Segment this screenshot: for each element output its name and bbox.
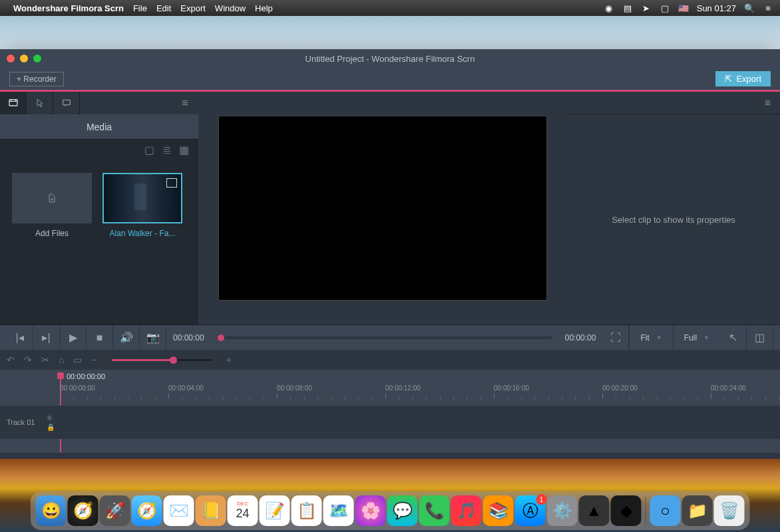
stop-button[interactable]: ■ <box>87 325 113 350</box>
next-frame-button[interactable]: ▸| <box>33 325 60 350</box>
ruler-tick: 00:00:12:00 <box>385 384 421 392</box>
dock-trash[interactable]: 🗑️ <box>714 495 745 526</box>
dock-photos[interactable]: 🌸 <box>355 495 386 526</box>
export-icon: ⇱ <box>725 74 732 84</box>
media-clip-item[interactable]: Alan Walker - Fa... <box>102 173 182 238</box>
fit-dropdown[interactable]: Fit▼ <box>629 325 672 350</box>
track-header: Track 01 ◉ 🔒 <box>0 406 60 439</box>
dock-downloads[interactable]: 📁 <box>682 495 713 526</box>
new-folder-icon[interactable]: ▢ <box>144 144 154 156</box>
menu-window[interactable]: Window <box>215 3 246 13</box>
svg-rect-1 <box>63 100 70 104</box>
export-label: Export <box>736 74 761 84</box>
dock-preferences[interactable]: ⚙️ <box>547 495 578 526</box>
airplay-icon[interactable]: ▢ <box>660 3 670 13</box>
dock-notes[interactable]: 📝 <box>260 495 290 526</box>
fullscreen-button[interactable]: ⛶ <box>602 325 629 350</box>
track-lock-icon[interactable]: 🔒 <box>47 424 55 431</box>
dock-contacts[interactable]: 📒 <box>196 495 226 526</box>
close-button[interactable] <box>7 55 15 63</box>
ruler-tick: 00:00:08:00 <box>277 384 312 392</box>
tab-annotation-icon[interactable] <box>53 92 80 114</box>
timeline-track[interactable]: Track 01 ◉ 🔒 <box>0 406 780 439</box>
dock-itunes[interactable]: 🎵 <box>451 495 482 526</box>
svg-rect-0 <box>9 100 17 106</box>
ruler-tick: 00:00:16:00 <box>494 384 529 392</box>
dock-appstore[interactable]: Ⓐ1 <box>515 495 546 526</box>
dock-finder[interactable]: 😀 <box>36 495 67 526</box>
dock-mail[interactable]: ✉️ <box>164 495 194 526</box>
menu-export[interactable]: Export <box>180 3 206 13</box>
dock-ibooks[interactable]: 📚 <box>483 495 514 526</box>
undo-button[interactable]: ↶ <box>7 354 15 365</box>
left-panel-menu-icon[interactable]: ≡ <box>172 92 198 114</box>
display-icon[interactable]: ▤ <box>622 3 633 13</box>
menubar-clock[interactable]: Sun 01:27 <box>697 3 736 13</box>
timeline-ruler[interactable]: 00:00:00:0000:00:04:0000:00:08:0000:00:1… <box>60 384 780 400</box>
recorder-button[interactable]: + Recorder <box>9 72 64 86</box>
track-visibility-icon[interactable]: ◉ <box>47 414 55 421</box>
time-total: 00:00:00 <box>558 333 603 342</box>
main-toolbar: + Recorder ⇱ Export <box>0 68 780 92</box>
prev-frame-button[interactable]: |◂ <box>7 325 33 350</box>
zoom-out-button[interactable]: − <box>91 354 97 365</box>
quality-dropdown[interactable]: Full▼ <box>673 325 720 350</box>
fit-timeline-button[interactable]: ▭ <box>73 354 82 365</box>
app-name[interactable]: Wondershare Filmora Scrn <box>13 3 124 13</box>
add-files-thumb <box>12 173 92 223</box>
minimize-button[interactable] <box>20 55 28 63</box>
spotlight-icon[interactable]: 🔍 <box>744 3 755 13</box>
snapshot-button[interactable]: 📷 <box>140 325 166 350</box>
dock-filmora[interactable]: ◆ <box>611 495 642 526</box>
volume-button[interactable]: 🔊 <box>113 325 140 350</box>
dock-messages[interactable]: 💬 <box>387 495 418 526</box>
window-titlebar[interactable]: Untitled Project - Wondershare Filmora S… <box>0 49 780 68</box>
app-window: Untitled Project - Wondershare Filmora S… <box>0 49 780 459</box>
dock-mission-control[interactable]: 🚀 <box>100 495 130 526</box>
dock-app-1[interactable]: ▲ <box>579 495 610 526</box>
zoom-button[interactable] <box>33 55 41 63</box>
dock-app-2[interactable]: ○ <box>650 495 681 526</box>
list-view-icon[interactable]: ≣ <box>162 144 171 156</box>
dock-maps[interactable]: 🗺️ <box>323 495 354 526</box>
mark-in-button[interactable]: ↖ <box>720 325 747 350</box>
preview-canvas[interactable] <box>218 116 547 301</box>
ruler-tick: 00:00:20:00 <box>602 384 638 392</box>
media-panel: ≡ Media ▢ ≣ ▦ Add Files Alan Walker - Fa… <box>0 92 198 325</box>
dock-reminders[interactable]: 📋 <box>292 495 322 526</box>
tab-cursor-icon[interactable] <box>27 92 53 114</box>
flag-icon[interactable]: 🇺🇸 <box>678 3 689 13</box>
zoom-in-button[interactable]: + <box>226 354 232 365</box>
properties-menu-icon[interactable]: ≡ <box>567 92 780 114</box>
tab-media-icon[interactable] <box>0 92 27 114</box>
paperplane-icon[interactable]: ➤ <box>641 3 652 13</box>
add-files-item[interactable]: Add Files <box>12 173 92 238</box>
ruler-tick: 00:00:00:00 <box>60 384 95 392</box>
dock-launchpad[interactable]: 🧭 <box>68 495 98 526</box>
clip-thumb <box>102 173 182 223</box>
dock-safari[interactable]: 🧭 <box>132 495 162 526</box>
record-status-icon[interactable]: ◉ <box>604 3 614 13</box>
media-tab[interactable]: Media <box>0 114 198 140</box>
cut-button[interactable]: ✂ <box>41 354 49 365</box>
export-button[interactable]: ⇱ Export <box>715 71 771 86</box>
redo-button[interactable]: ↷ <box>24 354 32 365</box>
playback-bar: |◂ ▸| ▶ ■ 🔊 📷 00:00:00 00:00:00 ⛶ Fit▼ F… <box>0 325 780 350</box>
add-files-label: Add Files <box>35 229 69 238</box>
view-mode-row: ▢ ≣ ▦ <box>0 140 198 160</box>
timeline[interactable]: 00:00:00:00 00:00:00:0000:00:04:0000:00:… <box>0 370 780 453</box>
menu-file[interactable]: File <box>133 3 147 13</box>
menu-list-icon[interactable]: ≡ <box>763 3 773 13</box>
zoom-slider[interactable] <box>112 359 212 361</box>
preview-panel <box>198 92 567 325</box>
scrub-bar[interactable] <box>218 336 552 339</box>
menu-help[interactable]: Help <box>255 3 273 13</box>
dock-facetime[interactable]: 📞 <box>419 495 450 526</box>
dock-calendar[interactable]: DEC24 <box>228 495 258 526</box>
playhead-time: 00:00:00:00 <box>67 372 105 380</box>
play-button[interactable]: ▶ <box>60 325 87 350</box>
grid-view-icon[interactable]: ▦ <box>179 144 189 156</box>
menu-edit[interactable]: Edit <box>156 3 171 13</box>
crop-button[interactable]: ◫ <box>747 325 773 350</box>
marker-button[interactable]: ⌂ <box>59 354 64 365</box>
